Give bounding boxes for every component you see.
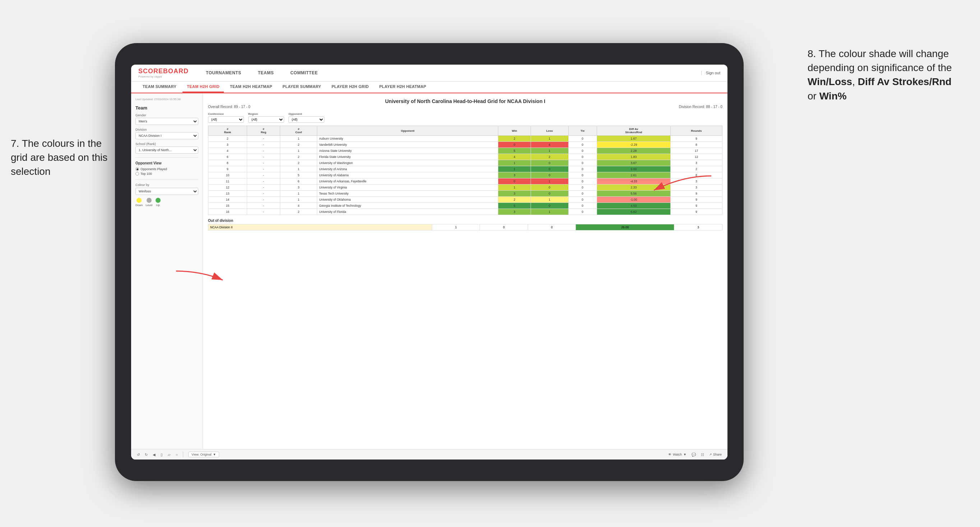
cell-tie: 0 — [568, 154, 597, 160]
sign-out-button[interactable]: Sign out — [701, 71, 720, 75]
cell-conf: 6 — [280, 178, 317, 184]
table-row: 12 - 3 University of Virginia 1 0 0 2.33… — [208, 184, 722, 190]
cell-loss: 4 — [531, 142, 568, 148]
cell-win: 2 — [498, 197, 531, 203]
cell-rank: 11 — [208, 178, 247, 184]
table-row: 6 - 2 Florida State University 4 2 0 1.8… — [208, 154, 722, 160]
tab-player-summary[interactable]: PLAYER SUMMARY — [278, 81, 326, 93]
out-div-win: 1 — [432, 224, 480, 230]
sidebar-school-select[interactable]: 1. University of North... — [135, 146, 198, 154]
tab-team-h2h-grid[interactable]: TEAM H2H GRID — [183, 81, 224, 93]
cell-loss: 1 — [531, 178, 568, 184]
cell-reg: - — [247, 203, 280, 209]
cell-rounds: 17 — [670, 148, 722, 154]
grid-record-row: Overall Record: 89 - 17 - 0 Division Rec… — [208, 105, 722, 109]
col-rounds: Rounds — [670, 126, 722, 136]
cell-opponent: Auburn University — [317, 136, 498, 142]
cell-win: 1 — [498, 166, 531, 172]
table-row: 16 - 2 University of Florida 3 1 0 6.62 … — [208, 209, 722, 215]
cell-win: 3 — [498, 190, 531, 197]
share-button[interactable]: ↗ Share — [709, 453, 722, 456]
cell-opponent: Florida State University — [317, 154, 498, 160]
cell-diff: 3.67 — [597, 160, 670, 166]
cell-rank: 4 — [208, 148, 247, 154]
cell-tie: 0 — [568, 136, 597, 142]
copy-icon[interactable]: ▯ — [161, 453, 163, 457]
nav-committee[interactable]: COMMITTEE — [287, 69, 321, 77]
cell-reg: - — [247, 142, 280, 148]
sidebar: Last Updated: 27/03/2024 16:55:38 Team G… — [131, 93, 203, 449]
cell-tie: 0 — [568, 190, 597, 197]
watch-chevron: ▼ — [683, 453, 687, 456]
paste-icon[interactable]: ▱ — [168, 453, 171, 457]
view-original-button[interactable]: View: Original ▼ — [188, 452, 219, 457]
comment-icon[interactable]: 💬 — [692, 453, 696, 457]
cell-opponent: University of Virginia — [317, 184, 498, 190]
cell-loss: 0 — [531, 190, 568, 197]
cell-opponent: University of Alabama — [317, 172, 498, 178]
annotation-right-bold2: Diff Av Strokes/Rnd — [858, 76, 951, 87]
redo-icon[interactable]: ↻ — [145, 453, 148, 457]
nav-tournaments[interactable]: TOURNAMENTS — [203, 69, 244, 77]
grid-icon[interactable]: ☷ — [701, 453, 704, 457]
cell-rank: 3 — [208, 142, 247, 148]
back-icon[interactable]: ◀ — [153, 453, 156, 457]
radio-opponents-played[interactable]: Opponents Played — [135, 167, 198, 171]
cell-win: 4 — [498, 154, 531, 160]
cell-loss: 1 — [531, 148, 568, 154]
main-data-table: #Rank #Reg #Conf Opponent Win Loss Tie D… — [208, 125, 722, 215]
cell-rank: 8 — [208, 160, 247, 166]
tab-team-h2h-heatmap[interactable]: TEAM H2H HEATMAP — [226, 81, 277, 93]
table-row: 4 - 1 Arizona State University 5 1 0 2.2… — [208, 148, 722, 154]
sidebar-division-select[interactable]: NCAA Division I — [135, 132, 198, 139]
sidebar-team-title: Team — [135, 105, 198, 111]
cell-loss: 2 — [531, 154, 568, 160]
sidebar-gender-select[interactable]: Men's — [135, 118, 198, 125]
col-tie: Tie — [568, 126, 597, 136]
cell-tie: 0 — [568, 172, 597, 178]
tab-player-h2h-heatmap[interactable]: PLAYER H2H HEATMAP — [375, 81, 431, 93]
cell-win: 0 — [498, 142, 531, 148]
cell-win: 5 — [498, 203, 531, 209]
share-label: Share — [713, 453, 722, 456]
cell-win: 1 — [498, 184, 531, 190]
main-content: Last Updated: 27/03/2024 16:55:38 Team G… — [131, 93, 727, 449]
tab-team-summary[interactable]: TEAM SUMMARY — [138, 81, 181, 93]
filter-conference: Conference (All) — [208, 113, 244, 123]
cell-conf: 1 — [280, 190, 317, 197]
cell-loss: 1 — [531, 197, 568, 203]
grid-title: University of North Carolina Head-to-Hea… — [208, 98, 722, 104]
cell-diff: -1.00 — [597, 197, 670, 203]
cell-rank: 14 — [208, 197, 247, 203]
cell-opponent: University of Arkansas, Fayetteville — [317, 178, 498, 184]
cell-opponent: University of Florida — [317, 209, 498, 215]
division-record: Division Record: 88 - 17 - 0 — [679, 105, 722, 109]
radio-top100[interactable]: Top 100 — [135, 172, 198, 176]
tab-player-h2h-grid[interactable]: PLAYER H2H GRID — [327, 81, 373, 93]
nav-teams[interactable]: TEAMS — [255, 69, 277, 77]
cell-rank: 9 — [208, 166, 247, 172]
clock-icon[interactable]: ○ — [176, 453, 178, 457]
filter-conf-select[interactable]: (All) — [208, 116, 244, 123]
cell-rounds: 8 — [670, 142, 722, 148]
cell-rounds: 3 — [670, 184, 722, 190]
cell-reg: - — [247, 190, 280, 197]
colour-by-select[interactable]: Win/loss — [135, 188, 198, 195]
cell-tie: 0 — [568, 160, 597, 166]
cell-rounds: 2 — [670, 166, 722, 172]
share-icon: ↗ — [709, 453, 712, 456]
undo-icon[interactable]: ↺ — [137, 453, 140, 457]
cell-reg: - — [247, 166, 280, 172]
cell-loss: 0 — [531, 160, 568, 166]
out-div-diff: 26.00 — [576, 224, 674, 230]
filter-region-select[interactable]: (All) — [248, 116, 284, 123]
view-chevron: ▼ — [213, 453, 216, 456]
cell-win: 3 — [498, 172, 531, 178]
filter-opp-select[interactable]: (All) — [288, 116, 325, 123]
cell-reg: - — [247, 148, 280, 154]
legend-label-level: Level — [145, 203, 152, 207]
watch-button[interactable]: 👁 Watch ▼ — [668, 453, 687, 456]
cell-diff: 1.67 — [597, 136, 670, 142]
tablet-frame: SCOREBOARD Powered by clippd TOURNAMENTS… — [115, 43, 744, 481]
legend-down: Down — [135, 198, 143, 207]
